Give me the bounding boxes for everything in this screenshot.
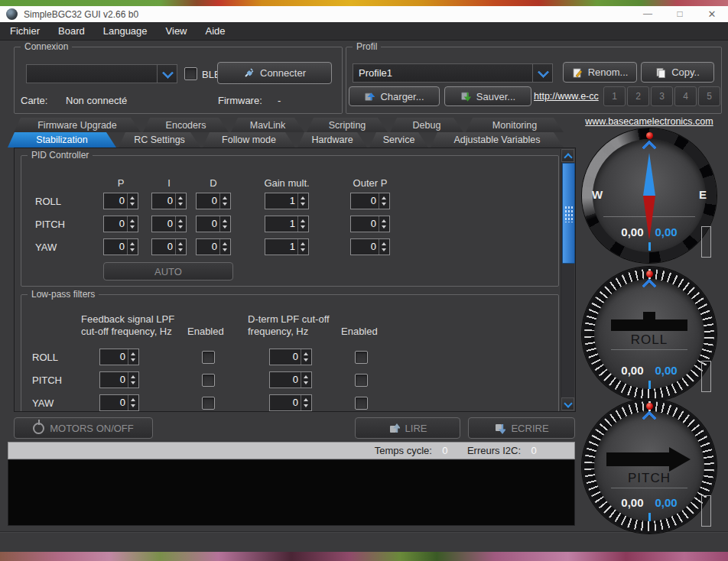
spinner-arrows-icon[interactable] [128, 349, 138, 365]
auto-tune-button[interactable]: AUTO [103, 262, 233, 280]
spinner-arrows-icon[interactable] [379, 216, 389, 232]
spinner-arrows-icon[interactable] [175, 216, 186, 232]
spinner-arrows-icon[interactable] [128, 395, 138, 410]
profile-select[interactable]: Profile1 [353, 63, 553, 83]
spinner-arrows-icon[interactable] [127, 216, 138, 232]
menu-aide[interactable]: Aide [206, 25, 226, 37]
spinner-arrows-icon[interactable] [301, 349, 311, 365]
pid-pitch-i-input[interactable]: 0 [151, 216, 187, 232]
chevron-down-icon[interactable] [532, 64, 552, 82]
menu-view[interactable]: View [166, 25, 187, 37]
lpf-yaw-feedback-enabled-checkbox[interactable] [202, 397, 215, 410]
tab-service[interactable]: Service [369, 132, 428, 148]
spinner-arrows-icon[interactable] [175, 193, 186, 209]
load-profile-button[interactable]: Charger... [349, 86, 440, 106]
yaw-angle-value: 0,00 [621, 225, 643, 238]
tab-encoders[interactable]: Encoders [143, 118, 229, 132]
pid-yaw-p-input[interactable]: 0 [103, 238, 138, 255]
tab-scripting[interactable]: Scripting [307, 118, 388, 132]
profile-slot-3-button[interactable]: 3 [651, 86, 673, 106]
lpf-pitch-feedback-input[interactable]: 0 [99, 371, 139, 388]
lpf-roll-dterm-enabled-checkbox[interactable] [355, 351, 368, 364]
motors-on-off-button[interactable]: MOTORS ON/OFF [14, 417, 153, 439]
spinner-arrows-icon[interactable] [301, 395, 311, 410]
pid-pitch-gain-input[interactable]: 1 [265, 216, 309, 232]
tab-rc-settings[interactable]: RC Settings [119, 132, 200, 148]
scroll-down-button[interactable] [561, 397, 574, 410]
lpf-pitch-feedback-enabled-checkbox[interactable] [202, 374, 215, 387]
lpf-yaw-feedback-input[interactable]: 0 [99, 394, 139, 411]
save-profile-button[interactable]: Sauver... [444, 86, 531, 106]
lpf-pitch-dterm-enabled-checkbox[interactable] [355, 374, 368, 387]
pid-yaw-outer-input[interactable]: 0 [350, 238, 390, 255]
spinner-arrows-icon[interactable] [219, 216, 230, 232]
menu-fichier[interactable]: Fichier [10, 25, 40, 37]
scroll-up-button[interactable] [561, 149, 574, 162]
close-button[interactable]: ✕ [696, 6, 728, 22]
window-controls: — □ ✕ [632, 6, 728, 22]
read-button[interactable]: LIRE [355, 417, 460, 439]
spinner-arrows-icon[interactable] [379, 193, 389, 209]
tab-stabilization[interactable]: Stabilization [8, 132, 116, 148]
pid-yaw-d-input[interactable]: 0 [196, 238, 231, 255]
connect-button[interactable]: Connecter [217, 62, 332, 84]
spinner-arrows-icon[interactable] [127, 193, 138, 209]
lpf-pitch-dterm-input[interactable]: 0 [269, 371, 312, 388]
row-label-roll: ROLL [32, 352, 58, 363]
tab-monitoring[interactable]: Monitoring [466, 118, 564, 132]
lpf-roll-feedback-enabled-checkbox[interactable] [202, 351, 215, 364]
pitch-arrow-shaft [606, 452, 671, 466]
yaw-side-indicator [701, 226, 711, 258]
tab-adjustable-variables[interactable]: Adjustable Variables [431, 132, 564, 148]
pid-roll-outer-input[interactable]: 0 [350, 193, 390, 209]
profile-slot-2-button[interactable]: 2 [627, 86, 649, 106]
profile-slot-5-button[interactable]: 5 [698, 86, 720, 106]
tab-mavlink[interactable]: MavLink [231, 118, 304, 132]
lpf-roll-dterm-input[interactable]: 0 [269, 349, 312, 365]
lpf-roll-feedback-input[interactable]: 0 [99, 349, 139, 365]
spinner-arrows-icon[interactable] [379, 239, 389, 255]
tab-follow-mode[interactable]: Follow mode [203, 132, 295, 148]
profile-slot-1-button[interactable]: 1 [603, 86, 626, 106]
spinner-arrows-icon[interactable] [127, 239, 138, 255]
gauge-bottom-tick [648, 513, 651, 521]
maximize-button[interactable]: □ [664, 6, 696, 22]
rename-profile-button[interactable]: Renom... [563, 62, 637, 83]
tab-hardware[interactable]: Hardware [297, 132, 367, 148]
spinner-arrows-icon[interactable] [219, 239, 230, 255]
minimize-button[interactable]: — [632, 6, 664, 22]
pid-yaw-gain-input[interactable]: 1 [265, 238, 309, 255]
pid-pitch-d-input[interactable]: 0 [196, 216, 231, 232]
website-link[interactable]: www.basecamelectronics.com [578, 116, 720, 127]
ble-checkbox[interactable] [184, 67, 197, 80]
pid-pitch-p-input[interactable]: 0 [103, 216, 138, 232]
tab-debug[interactable]: Debug [390, 118, 463, 132]
spinner-arrows-icon[interactable] [297, 193, 308, 209]
pid-pitch-outer-input[interactable]: 0 [350, 216, 390, 232]
write-button[interactable]: ECRIRE [468, 417, 575, 439]
menu-language[interactable]: Language [103, 25, 148, 37]
spinner-arrows-icon[interactable] [297, 216, 308, 232]
pid-roll-p-input[interactable]: 0 [103, 193, 138, 209]
port-select[interactable] [26, 64, 177, 83]
spinner-arrows-icon[interactable] [297, 239, 308, 255]
shop-link[interactable]: http://www.e-cc [534, 91, 599, 102]
low-pass-filters-group: Low-pass filters Feedback signal LPF cut… [21, 294, 559, 412]
lpf-yaw-dterm-enabled-checkbox[interactable] [355, 397, 368, 410]
pid-roll-i-input[interactable]: 0 [151, 193, 187, 209]
tab-firmware-upgrade[interactable]: Firmware Upgrade [14, 118, 141, 132]
vertical-scrollbar[interactable] [561, 149, 574, 410]
chevron-down-icon[interactable] [157, 65, 177, 83]
spinner-arrows-icon[interactable] [219, 193, 230, 209]
copy-profile-button[interactable]: Copy.. [641, 62, 714, 83]
spinner-arrows-icon[interactable] [301, 372, 311, 388]
profile-slot-4-button[interactable]: 4 [674, 86, 697, 106]
pid-roll-gain-input[interactable]: 1 [265, 193, 309, 209]
spinner-arrows-icon[interactable] [128, 372, 138, 388]
spinner-arrows-icon[interactable] [175, 239, 186, 255]
pid-yaw-i-input[interactable]: 0 [151, 238, 187, 255]
menu-board[interactable]: Board [58, 25, 85, 37]
lpf-yaw-dterm-input[interactable]: 0 [269, 394, 312, 411]
pid-roll-d-input[interactable]: 0 [196, 193, 231, 209]
scrollbar-thumb[interactable] [562, 163, 575, 264]
